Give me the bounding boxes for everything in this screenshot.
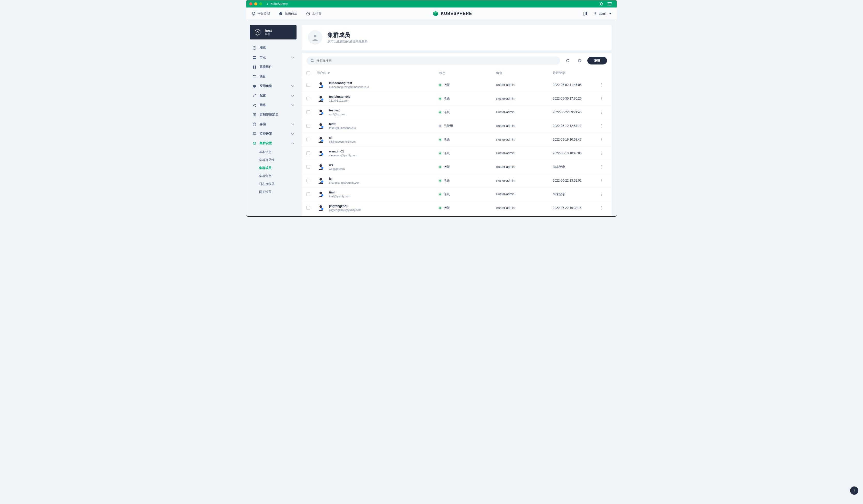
nav-workspace[interactable]: 工作台 <box>306 11 322 16</box>
user-email: jingfengzhou@yunify.com <box>329 208 361 211</box>
sidebar-item[interactable]: 项目 <box>250 72 297 81</box>
docs-icon[interactable] <box>583 12 588 15</box>
user-email: kubeconfig-test@kubesphere.io <box>329 86 369 89</box>
svg-point-59 <box>602 168 602 169</box>
svg-point-27 <box>602 83 602 84</box>
nav-platform[interactable]: 平台管理 <box>251 11 270 16</box>
sidebar-item-label: 项目 <box>260 74 266 79</box>
svg-point-62 <box>602 179 602 180</box>
svg-point-23 <box>311 59 313 62</box>
user-name[interactable]: testclusterrole <box>329 95 350 99</box>
gauge-icon <box>252 46 257 50</box>
role-cell: cluster-admin <box>496 179 553 182</box>
row-checkbox[interactable] <box>307 192 310 196</box>
user-name[interactable]: wenxin-01 <box>329 150 357 153</box>
row-actions-button[interactable] <box>597 83 607 87</box>
row-checkbox[interactable] <box>307 111 310 114</box>
chevron-down-icon <box>291 124 294 125</box>
sidebar-item[interactable]: 配置 <box>250 91 297 100</box>
sidebar-item[interactable]: 集群设置 <box>250 139 297 148</box>
gear-icon <box>251 12 255 16</box>
svg-point-39 <box>602 113 602 114</box>
sidebar-sub-item[interactable]: 基本信息 <box>258 148 297 156</box>
user-menu[interactable]: admin <box>593 12 612 15</box>
sidebar-sub-item[interactable]: 集群成员 <box>258 164 297 172</box>
row-checkbox[interactable] <box>307 206 310 210</box>
search-input[interactable] <box>316 59 556 62</box>
sidebar-item[interactable]: 概览 <box>250 43 297 53</box>
storage-icon <box>252 122 257 126</box>
svg-point-36 <box>321 112 323 114</box>
select-all-checkbox[interactable] <box>307 72 310 75</box>
svg-point-67 <box>602 193 602 193</box>
caret-down-icon <box>609 13 612 14</box>
svg-point-50 <box>320 151 322 153</box>
svg-point-46 <box>321 140 323 142</box>
cluster-label: 集群 <box>265 33 272 36</box>
refresh-button[interactable] <box>564 56 572 65</box>
status-cell: 活跃 <box>439 96 496 101</box>
last-login-cell: 2022-05-30 17:30:26 <box>553 97 597 100</box>
nav-appstore[interactable]: 应用商店 <box>279 11 297 16</box>
row-actions-button[interactable] <box>597 111 607 114</box>
status-cell: 活跃 <box>439 179 496 183</box>
col-user-header[interactable]: 用户名 <box>317 71 439 75</box>
table-row: timli timli@yunify.com 活跃 cluster-admin … <box>302 188 612 201</box>
table-row: testclusterrole 111@1121.com 活跃 cluster-… <box>302 92 612 105</box>
sidebar-item[interactable]: 定制资源定义 <box>250 110 297 119</box>
user-email: timli@yunify.com <box>329 195 350 198</box>
invite-button[interactable]: 邀请 <box>587 57 607 64</box>
row-checkbox[interactable] <box>307 124 310 128</box>
kebab-icon <box>601 138 602 141</box>
sidebar-sub-item[interactable]: 网关设置 <box>258 188 297 196</box>
titlebar-forward-icon[interactable] <box>597 2 605 6</box>
sidebar-sub-item[interactable]: 日志接收器 <box>258 180 297 188</box>
kubesphere-logo-icon <box>433 11 439 17</box>
minimize-window-button[interactable] <box>254 2 257 5</box>
chevron-down-icon <box>291 95 294 96</box>
user-name[interactable]: kubeconfig-test <box>329 81 369 85</box>
sidebar-item[interactable]: 应用负载 <box>250 81 297 91</box>
search-box[interactable] <box>307 56 560 65</box>
sidebar-item[interactable]: 监控告警 <box>250 129 297 139</box>
row-actions-button[interactable] <box>597 192 607 196</box>
user-name[interactable]: lcj <box>329 177 360 181</box>
sidebar-item[interactable]: 网络 <box>250 100 297 110</box>
user-name[interactable]: test8 <box>329 122 356 126</box>
svg-point-69 <box>602 195 602 196</box>
sidebar-sub-item[interactable]: 集群可见性 <box>258 156 297 164</box>
user-name[interactable]: cll <box>329 136 355 140</box>
cluster-card[interactable]: host 集群 <box>250 25 297 39</box>
row-checkbox[interactable] <box>307 165 310 169</box>
hamburger-menu-icon[interactable] <box>605 2 614 5</box>
user-name[interactable]: timli <box>329 191 350 194</box>
row-actions-button[interactable] <box>597 124 607 128</box>
sidebar-sub-item[interactable]: 集群角色 <box>258 172 297 180</box>
svg-point-32 <box>602 97 602 98</box>
avatar <box>317 135 325 144</box>
row-actions-button[interactable] <box>597 179 607 182</box>
user-name[interactable]: wx <box>329 163 345 167</box>
row-actions-button[interactable] <box>597 138 607 141</box>
kebab-icon <box>601 206 602 210</box>
row-actions-button[interactable] <box>597 165 607 169</box>
last-login-cell: 2022-05-19 10:58:47 <box>553 138 597 141</box>
maximize-window-button[interactable] <box>259 2 262 5</box>
sidebar-item-label: 存储 <box>260 122 266 126</box>
sidebar-item[interactable]: 存储 <box>250 119 297 129</box>
row-actions-button[interactable] <box>597 152 607 155</box>
row-checkbox[interactable] <box>307 138 310 141</box>
close-window-button[interactable] <box>249 2 252 5</box>
sidebar-item[interactable]: 节点 <box>250 53 297 62</box>
row-checkbox[interactable] <box>307 179 310 182</box>
user-name[interactable]: test-wx <box>329 108 346 112</box>
user-name[interactable]: jingfengzhou <box>329 204 361 208</box>
row-actions-button[interactable] <box>597 206 607 210</box>
row-actions-button[interactable] <box>597 97 607 100</box>
settings-button[interactable] <box>576 56 584 65</box>
row-checkbox[interactable] <box>307 152 310 155</box>
row-checkbox[interactable] <box>307 83 310 87</box>
row-checkbox[interactable] <box>307 97 310 100</box>
sidebar-item[interactable]: 系统组件 <box>250 62 297 72</box>
table-row: jingfengzhou jingfengzhou@yunify.com 活跃 … <box>302 201 612 215</box>
